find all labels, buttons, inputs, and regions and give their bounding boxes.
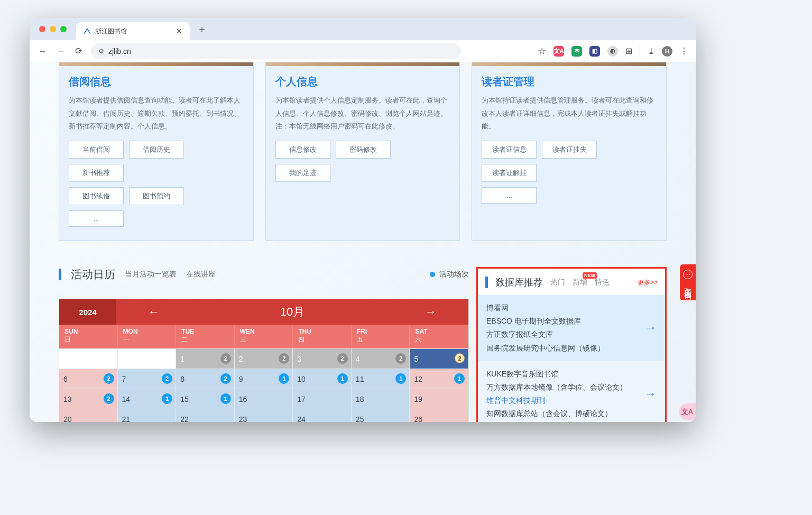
new-tab-button[interactable]: ＋: [197, 23, 207, 35]
calendar-cell[interactable]: 52: [410, 348, 468, 369]
window-controls: [39, 26, 67, 32]
chat-icon: ⋯: [683, 270, 693, 279]
calendar-cell[interactable]: 12: [176, 348, 235, 369]
site-settings-icon[interactable]: ⚙: [98, 48, 104, 55]
db-item[interactable]: 知网数据库总站（含会议、博硕论文）: [486, 407, 657, 420]
dow-cell: WEN三: [235, 325, 293, 348]
card-button[interactable]: 图书续借: [69, 187, 124, 205]
translate-float-button[interactable]: 文A: [679, 403, 696, 420]
db-tab-special[interactable]: 特色: [595, 278, 610, 287]
day-number: 23: [239, 415, 247, 422]
day-number: 16: [239, 395, 247, 403]
calendar-cell[interactable]: 22: [176, 409, 235, 422]
calendar-cell[interactable]: 101: [293, 369, 352, 389]
db-tab-hot[interactable]: 热门: [550, 278, 565, 287]
db-item[interactable]: 万方数据库本地镜像（含学位、会议论文）: [486, 381, 657, 394]
info-card: 借阅信息为本馆读者提供借阅信息查询功能。读者可在此了解本人文献借阅、借阅历史、逾…: [59, 62, 254, 241]
card-button[interactable]: 图书预约: [129, 187, 184, 205]
event-count-badge: 1: [454, 373, 465, 384]
db-item[interactable]: 方正数字报纸全文库: [486, 328, 657, 341]
card-button[interactable]: ...: [69, 210, 124, 227]
day-number: 6: [63, 375, 68, 383]
db-item[interactable]: EBSCO 电子期刊全文数据库: [486, 315, 657, 328]
card-button[interactable]: 密码修改: [336, 141, 391, 159]
db-item[interactable]: 维普中文科技期刊: [486, 394, 657, 407]
page-content: 借阅信息为本馆读者提供借阅信息查询功能。读者可在此了解本人文献借阅、借阅历史、逾…: [30, 62, 696, 422]
browser-tab[interactable]: 浙江图书馆 ✕: [76, 22, 190, 40]
card-button[interactable]: 借阅历史: [129, 141, 184, 159]
calendar-cell[interactable]: 26: [410, 409, 468, 422]
card-button[interactable]: 当前借阅: [69, 141, 124, 159]
calendar-cell[interactable]: 32: [293, 348, 352, 369]
extension-mail-icon[interactable]: ✉: [571, 46, 582, 57]
card-button[interactable]: 读者证解挂: [482, 164, 537, 182]
consult-float-button[interactable]: ⋯ 欢迎咨询 »: [680, 264, 696, 300]
calendar-cell[interactable]: 91: [235, 369, 293, 389]
day-number: 17: [297, 395, 306, 403]
calendar-nav: ← 10月 →: [116, 304, 468, 320]
extensions-menu-icon[interactable]: ⊞: [625, 46, 632, 56]
calendar-cell[interactable]: 82: [176, 369, 235, 389]
calendar-cell[interactable]: 22: [235, 348, 293, 369]
db-tab-new[interactable]: 新增 NEW: [573, 278, 587, 287]
bookmark-star-icon[interactable]: ☆: [538, 45, 546, 57]
card-button[interactable]: 读者证挂失: [542, 141, 597, 159]
db-item[interactable]: 博看网: [486, 301, 657, 315]
forward-button[interactable]: →: [55, 46, 67, 57]
block-arrow-icon[interactable]: →: [645, 321, 657, 335]
reload-button[interactable]: ⟳: [73, 45, 85, 57]
calendar-cell[interactable]: 20: [59, 409, 118, 422]
extension-translate-icon[interactable]: 文A: [553, 46, 564, 57]
card-title: 个人信息: [275, 75, 450, 89]
calendar-cell[interactable]: 18: [352, 389, 410, 409]
tab-close-icon[interactable]: ✕: [176, 27, 182, 35]
event-count-badge: 2: [220, 373, 231, 384]
window-close[interactable]: [39, 26, 45, 32]
calendar-cell[interactable]: 72: [118, 369, 177, 389]
toolbar-divider: [640, 46, 640, 57]
back-button[interactable]: ←: [37, 46, 49, 57]
block-arrow-icon[interactable]: →: [645, 387, 657, 401]
section-title: 活动日历: [71, 267, 115, 282]
button-row: ...: [482, 187, 657, 204]
db-item[interactable]: 国务院发展研究中心信息网（镜像）: [486, 342, 657, 355]
card-button[interactable]: 我的足迹: [275, 164, 330, 182]
calendar-cell[interactable]: 23: [235, 409, 293, 422]
url-input[interactable]: ⚙ zjlib.cn: [91, 43, 461, 59]
calendar-cell[interactable]: 151: [176, 389, 235, 409]
card-button[interactable]: ...: [482, 187, 537, 204]
card-button[interactable]: 读者证信息: [482, 141, 537, 159]
online-lecture-link[interactable]: 在线讲座: [186, 270, 216, 279]
button-row: 当前借阅借阅历史新书推荐: [69, 141, 244, 182]
card-button[interactable]: 新书推荐: [69, 164, 124, 182]
calendar-cell[interactable]: 141: [118, 389, 177, 409]
kebab-menu-icon[interactable]: ⋮: [680, 46, 688, 56]
window-maximize[interactable]: [60, 26, 67, 32]
calendar-cell[interactable]: 17: [293, 389, 352, 409]
calendar-cell[interactable]: 121: [410, 369, 468, 389]
window-minimize[interactable]: [50, 26, 56, 32]
calendar-cell[interactable]: 25: [352, 409, 410, 422]
calendar-cell[interactable]: 132: [59, 389, 118, 409]
calendar-cell[interactable]: 21: [118, 409, 177, 422]
calendar-cell: [59, 348, 118, 369]
card-button[interactable]: 信息修改: [275, 141, 330, 159]
download-icon[interactable]: ⤓: [648, 46, 654, 56]
calendar-cell[interactable]: 16: [235, 389, 293, 409]
prev-month-button[interactable]: ←: [148, 305, 160, 319]
calendar-cell[interactable]: 111: [352, 369, 410, 389]
db-more-link[interactable]: 更多>>: [638, 278, 658, 287]
button-row: 图书续借图书预约...: [69, 187, 244, 227]
next-month-button[interactable]: →: [425, 305, 437, 319]
day-number: 5: [414, 355, 418, 363]
profile-avatar[interactable]: H: [662, 46, 672, 57]
extension-app-icon[interactable]: ◧: [589, 46, 600, 57]
calendar-cell[interactable]: 62: [59, 369, 118, 389]
extension-globe-icon[interactable]: ◐: [607, 46, 618, 57]
calendar-cell[interactable]: 42: [352, 348, 410, 369]
calendar-cell[interactable]: 19: [410, 389, 468, 409]
day-number: 11: [356, 375, 364, 383]
calendar-cell[interactable]: 24: [293, 409, 352, 422]
db-item[interactable]: KUKE数字音乐图书馆: [486, 367, 657, 381]
month-list-link[interactable]: 当月活动一览表: [125, 270, 177, 279]
